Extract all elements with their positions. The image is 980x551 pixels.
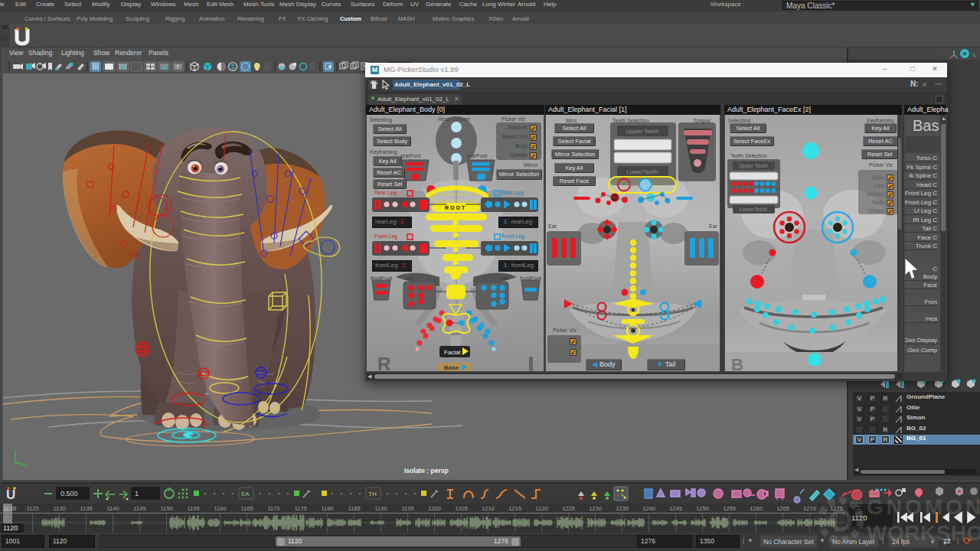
svg-text:1195: 1195 xyxy=(401,505,413,512)
svg-text:1120: 1120 xyxy=(3,505,17,512)
svg-text:1270: 1270 xyxy=(803,505,816,512)
svg-text:1140: 1140 xyxy=(106,505,119,512)
svg-text:1255: 1255 xyxy=(723,505,736,512)
svg-text:0.500: 0.500 xyxy=(60,490,78,497)
svg-text:1120: 1120 xyxy=(851,514,867,522)
svg-text:U: U xyxy=(6,487,15,502)
svg-text:1200: 1200 xyxy=(428,505,441,512)
svg-text:1220: 1220 xyxy=(535,505,548,512)
svg-text:1260: 1260 xyxy=(750,505,763,512)
svg-text:1125: 1125 xyxy=(26,505,38,512)
svg-text:Upper Teeth: Upper Teeth xyxy=(739,163,768,169)
svg-text:TH: TH xyxy=(368,491,377,497)
svg-text:1245: 1245 xyxy=(669,505,682,512)
svg-text:1130: 1130 xyxy=(53,505,65,512)
svg-text:1275: 1275 xyxy=(830,505,843,512)
svg-text:1: 1 xyxy=(135,490,139,497)
svg-text:1175: 1175 xyxy=(294,505,306,512)
svg-text:L: L xyxy=(973,51,977,58)
svg-text:1160: 1160 xyxy=(214,505,226,512)
svg-text:1225: 1225 xyxy=(562,505,575,512)
svg-text:1165: 1165 xyxy=(240,505,253,512)
svg-text:eyes: eyes xyxy=(451,331,461,336)
svg-text:1250: 1250 xyxy=(696,505,709,512)
svg-text:LowerTeeth: LowerTeeth xyxy=(626,168,658,175)
svg-text:1180: 1180 xyxy=(321,505,333,512)
svg-text:R: R xyxy=(377,354,390,371)
svg-text:1205: 1205 xyxy=(455,505,468,512)
svg-text:EA: EA xyxy=(241,491,250,497)
svg-text:1135: 1135 xyxy=(80,505,92,512)
svg-text:1240: 1240 xyxy=(642,505,655,512)
svg-text:Base: Base xyxy=(444,364,459,371)
svg-text:1185: 1185 xyxy=(348,505,360,512)
svg-text:1155: 1155 xyxy=(187,505,199,512)
svg-text:Facial: Facial xyxy=(444,349,461,356)
svg-text:Upper Teeth: Upper Teeth xyxy=(626,128,658,135)
svg-text:1150: 1150 xyxy=(160,505,172,512)
svg-text:LowerTeeth: LowerTeeth xyxy=(740,207,767,212)
svg-text:1210: 1210 xyxy=(482,505,495,512)
svg-text:1230: 1230 xyxy=(589,505,602,512)
svg-text:1145: 1145 xyxy=(133,505,145,512)
svg-text:1235: 1235 xyxy=(616,505,629,512)
svg-text:1120: 1120 xyxy=(3,524,18,532)
svg-text:1215: 1215 xyxy=(508,505,521,512)
svg-text:1190: 1190 xyxy=(374,505,387,512)
svg-text:ROOT: ROOT xyxy=(445,205,466,210)
svg-text:T: T xyxy=(176,64,180,70)
svg-text:1265: 1265 xyxy=(776,505,789,512)
svg-text:B: B xyxy=(731,355,743,371)
svg-text:1170: 1170 xyxy=(267,505,279,512)
